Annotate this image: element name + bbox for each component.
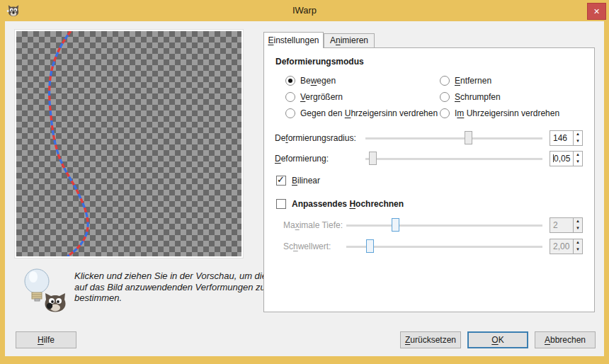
mode-radio-schrumpfen[interactable]: Schrumpfen [440, 91, 501, 103]
threshold-value: 2,00 [550, 239, 573, 254]
spin-down-button: ▼ [574, 246, 582, 254]
radio-label: Schrumpfen [455, 92, 501, 102]
tab-animieren[interactable]: Animieren [324, 33, 375, 48]
tab-einstellungen[interactable]: Einstellungen [263, 32, 324, 48]
deform-radius-slider[interactable] [365, 130, 542, 147]
mode-radio-bewegen[interactable]: Bewegen [285, 74, 336, 87]
checkbox-icon: ✓ [276, 176, 286, 186]
deform-radius-label: Deformierungsradius: [275, 130, 356, 147]
radio-icon [285, 76, 295, 86]
iwarp-dialog: IWarp ✕ [0, 0, 609, 364]
spin-up-button[interactable]: ▲ [574, 152, 582, 159]
close-icon: ✕ [593, 7, 600, 16]
titlebar[interactable]: IWarp ✕ [0, 0, 609, 21]
mode-radio-im-uhrzeigersinn[interactable]: Im Uhrzeigersinn verdrehen [440, 107, 559, 120]
deform-amount-slider[interactable] [365, 150, 542, 167]
bilinear-label: Bilinear [292, 176, 320, 186]
deform-radius-value[interactable]: 146 [550, 131, 573, 145]
reset-button[interactable]: Zurücksetzen [400, 331, 461, 348]
help-button[interactable]: Hilfe [16, 331, 76, 348]
max-depth-value: 2 [550, 218, 573, 232]
radio-icon [440, 108, 450, 118]
radio-icon [440, 76, 450, 86]
radio-label: Bewegen [300, 76, 336, 86]
deform-amount-row: Deformierung: 0,05 ▲ ▼ [264, 150, 594, 167]
threshold-row: Schwellwert: 2,00 ▲ ▼ [264, 238, 594, 255]
threshold-spinbox: 2,00 ▲ ▼ [550, 239, 583, 254]
lightbulb-wilber-icon [18, 266, 74, 314]
mode-radio-gegen-uhrzeigersinn[interactable]: Gegen den Uhrzeigersinn verdrehen [285, 107, 438, 120]
preview-canvas[interactable] [16, 31, 241, 256]
spin-down-button: ▼ [574, 225, 582, 232]
radio-label: Vergrößern [300, 92, 343, 102]
deform-amount-value[interactable]: 0,05 [550, 152, 573, 166]
ok-button[interactable]: OK [467, 331, 528, 348]
spin-down-button[interactable]: ▼ [574, 138, 582, 145]
radio-label: Gegen den Uhrzeigersinn verdrehen [300, 108, 438, 118]
bilinear-checkbox[interactable]: ✓ Bilinear [276, 175, 320, 186]
mode-radio-entfernen[interactable]: Entfernen [440, 74, 491, 87]
max-depth-row: Maximale Tiefe: 2 ▲ ▼ [264, 217, 594, 234]
adaptive-supersample-checkbox[interactable]: ✓ Anpassendes Hochrechnen [276, 198, 404, 210]
radio-icon [440, 92, 450, 102]
slider-thumb[interactable] [465, 131, 472, 144]
slider-thumb [366, 239, 374, 253]
max-depth-slider [346, 217, 542, 234]
deform-mode-heading: Deformierungsmodus [275, 57, 364, 67]
slider-thumb[interactable] [369, 152, 377, 165]
cancel-button[interactable]: Abbrechen [535, 331, 596, 348]
dialog-body: Klicken und ziehen Sie in der Vorschau, … [5, 21, 604, 356]
deform-amount-spinbox[interactable]: 0,05 ▲ ▼ [550, 151, 583, 166]
mode-radio-vergroessern[interactable]: Vergrößern [285, 91, 343, 103]
deform-radius-spinbox[interactable]: 146 ▲ ▼ [550, 130, 583, 146]
hint-text: Klicken und ziehen Sie in der Vorschau, … [74, 271, 275, 304]
adaptive-supersample-label: Anpassendes Hochrechnen [292, 199, 404, 209]
radio-icon [285, 92, 295, 102]
window-title: IWarp [0, 0, 609, 21]
settings-panel: Deformierungsmodus Bewegen Entfernen Ver… [263, 47, 595, 312]
spin-up-button: ▲ [574, 239, 582, 246]
slider-thumb [392, 218, 399, 232]
radio-icon [285, 108, 295, 118]
max-depth-spinbox: 2 ▲ ▼ [550, 217, 583, 233]
spin-up-button[interactable]: ▲ [574, 131, 582, 138]
preview-frame [14, 29, 244, 258]
max-depth-label: Maximale Tiefe: [283, 217, 343, 234]
radio-label: Im Uhrzeigersinn verdrehen [455, 108, 559, 118]
spin-down-button[interactable]: ▼ [574, 159, 582, 166]
deform-curve [16, 31, 241, 256]
threshold-label: Schwellwert: [283, 238, 331, 255]
deform-amount-label: Deformierung: [275, 150, 329, 167]
radio-label: Entfernen [455, 76, 491, 86]
deform-radius-row: Deformierungsradius: 146 ▲ ▼ [264, 130, 594, 147]
threshold-slider [346, 238, 542, 255]
checkmark-icon: ✓ [277, 174, 285, 185]
close-button[interactable]: ✕ [587, 3, 606, 20]
checkbox-icon: ✓ [276, 199, 286, 209]
spin-up-button: ▲ [574, 218, 582, 225]
